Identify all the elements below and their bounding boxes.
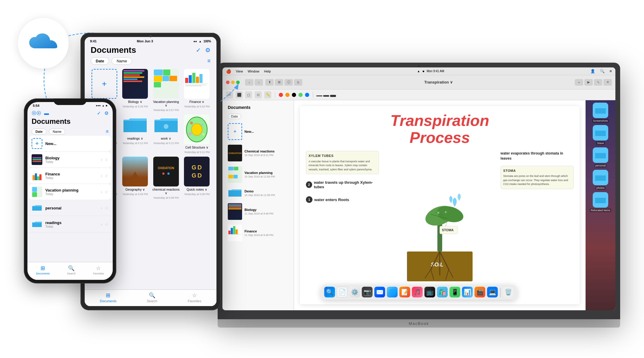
close-doc-button[interactable]: ✕	[603, 79, 612, 86]
dock-icon-facetime[interactable]: 📱	[450, 287, 460, 297]
doc-list-item-vacation[interactable]: Vacation planning 15 Sep 2019 at 11:56 P…	[225, 164, 291, 185]
sort-date-button[interactable]: Date	[32, 129, 47, 135]
list-item[interactable]: Vacation planning Today › ☆	[29, 184, 111, 200]
ipad-tab-favorites[interactable]: ☆ Favorites	[188, 292, 201, 303]
ipad-tab-search[interactable]: 🔍 Search	[147, 292, 157, 303]
star-icon[interactable]: ☆	[105, 222, 109, 227]
dock-icon-tv[interactable]: 📺	[425, 287, 435, 297]
desktop-icon-relocated[interactable]: Relocated Items	[589, 192, 612, 212]
thin-line-button[interactable]	[316, 95, 322, 96]
checkmark-icon[interactable]: ✓	[196, 47, 201, 54]
tab-search[interactable]: 🔍 Search	[67, 265, 76, 275]
play-button[interactable]: ▶	[584, 79, 593, 86]
list-menu-icon[interactable]: ≡	[609, 69, 612, 73]
list-view-icon[interactable]: ≡	[106, 129, 109, 134]
list-item[interactable]: Finance Today › ☆	[29, 168, 111, 183]
desktop-icon-stave[interactable]: Stave	[589, 125, 612, 145]
dock-icon-trash[interactable]: 🗑️	[503, 287, 514, 297]
fullscreen-button[interactable]	[236, 81, 240, 84]
doc-thumbnail	[32, 154, 42, 165]
color-green[interactable]	[298, 93, 303, 97]
ruler-tool[interactable]: 📏	[264, 91, 271, 98]
grid-item-work[interactable]: work ∨ Yesterday at 5:12 PM	[152, 115, 180, 154]
settings-icon[interactable]: ⚙	[104, 110, 109, 116]
grid-item-chemical-reactions[interactable]: OXIDATION ● ● chemical reactions ∨ Yeste…	[152, 157, 180, 199]
back-button[interactable]: ‹	[245, 79, 253, 86]
star-icon[interactable]: ☆	[105, 189, 109, 194]
lasso-tool[interactable]: ⊙	[255, 91, 262, 98]
grid-item-geography[interactable]: Geography ∨ Yesterday at 5:09 PM	[122, 157, 149, 199]
color-blue[interactable]	[305, 93, 309, 97]
ipad-status-bar: 9:41 Mon Jun 3 ●● ▲ 100%	[85, 37, 216, 44]
star-icon[interactable]: ☆	[105, 206, 109, 210]
grid-item-quick-notes[interactable]: G D G D Quick notes ∨ Yesterday at 5:08 …	[183, 157, 211, 199]
sort-name-button[interactable]: Name	[49, 129, 65, 135]
grid-item-biology[interactable]: Biology ∨ Yesterday at 5:26 PM	[122, 69, 149, 112]
desktop-icon-personal[interactable]: personal	[589, 147, 612, 167]
zoom-button[interactable]: ⤡	[594, 79, 602, 86]
dock-icon-notes[interactable]: 📝	[400, 287, 410, 297]
share-button[interactable]: ⬆	[265, 79, 274, 86]
color-red[interactable]	[279, 93, 283, 97]
menu-window[interactable]: Window	[248, 70, 259, 73]
sort-date-button[interactable]: Date	[91, 57, 109, 65]
checkmark-icon[interactable]: ✓	[97, 110, 101, 116]
color-black[interactable]	[292, 93, 296, 97]
dock-icon-keynote[interactable]: 🎬	[475, 287, 485, 297]
copy-button[interactable]: ⎘	[294, 79, 302, 86]
search-menu-icon[interactable]: 🔍	[600, 69, 605, 73]
dock-icon-store[interactable]: 🛍️	[437, 287, 448, 297]
menu-help[interactable]: Help	[264, 70, 271, 73]
list-view-icon[interactable]: ≡	[207, 58, 210, 64]
grid-item-cell-structure[interactable]: Cell Structure ∨ Yesterday at 5:11 PM	[183, 115, 211, 154]
marker-tool[interactable]: ⬛	[236, 91, 243, 98]
doc-sort-date-button[interactable]: Date	[228, 114, 241, 119]
list-item-folder[interactable]: personal › ☆	[29, 200, 111, 216]
dock-icon-safari[interactable]: 🌐	[387, 287, 398, 297]
close-button[interactable]	[226, 81, 230, 84]
grid-item-vacation[interactable]: Vacation planning ∨ Yesterday at 5:57 PM	[152, 69, 180, 112]
star-icon[interactable]: ☆	[105, 157, 109, 162]
dock-icon-finder[interactable]: 🔍	[324, 287, 335, 297]
toolbar-right-buttons: + ▶ ⤡ ✕	[575, 79, 612, 86]
desktop-icon-screenshots[interactable]: Screenshots	[589, 103, 612, 123]
dock-icon-preferences[interactable]: ⚙️	[349, 287, 360, 297]
list-item[interactable]: Biology Today › ☆	[29, 152, 111, 167]
new-doc-button[interactable]: +	[32, 138, 42, 149]
dock-icon-camera[interactable]: 📷	[362, 287, 373, 297]
doc-list-item-demo[interactable]: Demo 15 Sep 2019 at 11:56 PM	[225, 186, 291, 200]
medium-line-button[interactable]	[323, 95, 329, 97]
info-button[interactable]: ⓘ	[284, 79, 293, 86]
add-button[interactable]: +	[575, 79, 583, 86]
eraser-tool[interactable]: ◻	[245, 91, 252, 98]
chemical-reactions-thumb: OXIDATION ● ●	[153, 157, 179, 186]
dock-icon-xcode[interactable]: 💻	[487, 287, 498, 297]
tab-favorites[interactable]: ☆ Favorites	[93, 265, 104, 275]
doc-list-item-new[interactable]: + New...	[225, 121, 291, 142]
menu-view[interactable]: View	[236, 70, 243, 73]
list-item[interactable]: + New...	[29, 136, 111, 151]
dock-icon-docs[interactable]: 📄	[337, 287, 348, 297]
settings-icon[interactable]: ⚙	[205, 47, 210, 54]
list-item-folder[interactable]: readings Today › ☆	[29, 217, 111, 232]
desktop-icon-photos[interactable]: photos	[589, 170, 612, 190]
doc-list-item-biology[interactable]: Biology 11 Sep 2019 at 9:48 PM	[225, 201, 291, 222]
forward-button[interactable]: ›	[255, 79, 263, 86]
dock-icon-music[interactable]: 🎵	[412, 287, 423, 297]
tab-documents[interactable]: ⊞ Documents	[36, 265, 50, 275]
doc-list-item-chemical[interactable]: OXIDATION Chemical reactions 15 Sep 2019…	[225, 143, 291, 163]
dock-icon-numbers[interactable]: 📊	[462, 287, 473, 297]
ipad-tab-documents[interactable]: ⊞ Documents	[100, 292, 117, 303]
doc-list-item-finance[interactable]: Finance 11 Sep 2019 at 9:48 PM	[225, 223, 291, 243]
star-icon[interactable]: ☆	[105, 173, 109, 178]
pen-tool[interactable]: ✏	[226, 91, 233, 98]
view-button[interactable]: ⊞	[275, 79, 283, 86]
dock-icon-mail[interactable]: ✉️	[374, 287, 385, 297]
grid-item-finance[interactable]: Finance ∨ Yesterday at 5:42 PM	[183, 69, 211, 112]
grid-item-readings[interactable]: readings ∨ Yesterday at 5:12 PM	[122, 115, 149, 154]
color-orange[interactable]	[285, 93, 290, 97]
minimize-button[interactable]	[231, 81, 235, 84]
apple-menu-icon[interactable]: 🍎	[226, 69, 231, 74]
sort-name-button[interactable]: Name	[112, 57, 132, 65]
thick-line-button[interactable]	[330, 95, 336, 97]
